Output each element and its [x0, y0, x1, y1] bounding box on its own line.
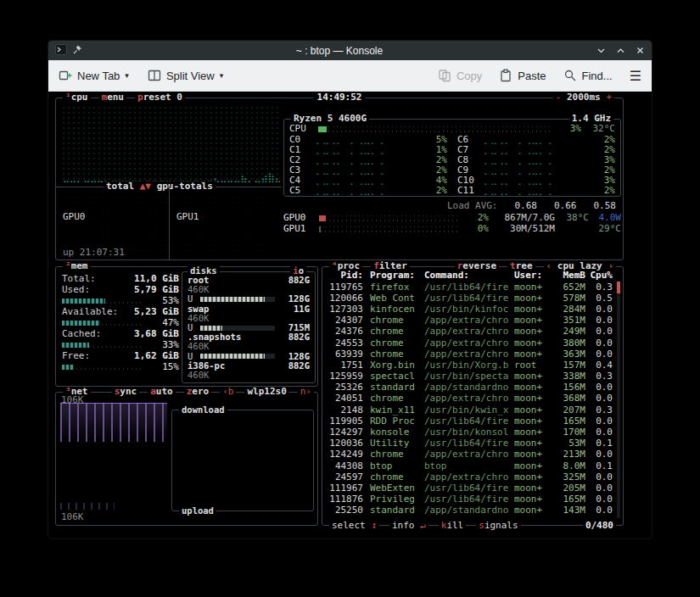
process-pid: 127303 — [328, 304, 363, 315]
meter-fill — [62, 321, 100, 326]
table-row[interactable]: 111967 WebExten /usr/lib64/fire moon+ 20… — [328, 483, 613, 494]
net-auto-toggle[interactable]: auto — [148, 387, 176, 397]
scrollbar[interactable] — [617, 282, 620, 518]
table-row[interactable]: 24376 chrome /app/extra/chro moon+ 249M … — [328, 326, 613, 338]
memory-box-title[interactable]: ²mem — [63, 261, 91, 271]
table-row[interactable]: 25326 standard /app/standardno moon+ 156… — [328, 382, 613, 393]
column-command[interactable]: Command: — [424, 271, 514, 281]
copy-button[interactable]: Copy — [438, 69, 482, 82]
core-sparkline: ⡀⣀⢀⡀⠀⡀⢀⣀⡀⢀ — [484, 165, 589, 176]
chevron-down-icon[interactable]: ▾ — [220, 71, 224, 80]
new-tab-icon — [59, 69, 72, 82]
konsole-app-icon[interactable] — [55, 42, 67, 59]
find-button[interactable]: Find... — [563, 69, 613, 82]
iface-prev-button[interactable]: ‹b — [220, 387, 236, 397]
titlebar[interactable]: ~ : btop — Konsole — [48, 41, 652, 60]
copy-label: Copy — [456, 70, 482, 82]
disks-box-title[interactable]: disks — [188, 266, 220, 276]
process-pid: 25250 — [328, 505, 363, 516]
table-row[interactable]: 124297 konsole /usr/bin/konsol moon+ 170… — [328, 427, 613, 438]
process-user: moon+ — [514, 461, 552, 471]
table-row[interactable]: 24051 chrome /app/extra/chro moon+ 368M … — [328, 393, 613, 405]
terminal[interactable]: ¹cpu menu preset 0 14:49:52 - 2000ms + ⣀… — [52, 92, 648, 535]
table-row[interactable]: 119765 firefox /usr/lib64/fire moon+ 652… — [328, 282, 613, 293]
cpu-history-graph: ⣀⣀⡀⣀⣀⣀⡀⣀⣀⣀⣀⡀⣀⣀⣀⣀⡀⣀⣀⣀⣀⣀⣄⣀⣀⣀⣦⡀⣀⣴⣷⣄⣀⣀⣀⡀⣀⣀⣀⣀ — [61, 105, 280, 183]
download-speed-rows — [177, 437, 308, 448]
net-sync-toggle[interactable]: sync — [112, 387, 140, 397]
column-pid[interactable]: Pid: — [328, 271, 363, 281]
process-cpu: 0.3 — [585, 405, 613, 416]
process-cpu: 0.3 — [585, 282, 613, 293]
table-row[interactable]: 2148 kwin_x11 /usr/bin/kwin_x moon+ 207M… — [328, 405, 613, 416]
menu-button[interactable]: menu — [99, 92, 127, 103]
meter-fill — [200, 354, 265, 359]
maximize-button[interactable] — [616, 46, 625, 55]
interval-plus-button[interactable]: + — [606, 92, 612, 103]
table-row[interactable]: 120036 Utility /usr/lib64/fire moon+ 53M… — [328, 438, 613, 449]
table-row[interactable]: 125959 spectacl /usr/bin/specta moon+ 33… — [328, 371, 613, 382]
table-row[interactable]: 127303 kinfocen /usr/bin/kinfoc moon+ 28… — [328, 304, 613, 315]
process-cpu: 0.0 — [585, 338, 613, 349]
kill-button[interactable]: kill — [439, 521, 467, 531]
chevron-down-icon[interactable]: ▾ — [125, 71, 129, 80]
io-mode-button[interactable]: io — [290, 266, 306, 276]
process-pid: 24597 — [328, 472, 363, 483]
column-cpu[interactable]: Cpu% — [585, 271, 613, 281]
core-list-left: C0 ⡀⣀⢀⡀⠀⡀⢀⣀⡀⢀ 5% C1 ⡀⣀⢀⡀⠀⡀⢀⣀⡀⢀ 1% C2 ⡀⣀⢀… — [284, 135, 452, 196]
core-percent: 2% — [591, 186, 615, 196]
close-button[interactable] — [636, 46, 645, 55]
process-cpu: 0.4 — [585, 360, 613, 371]
table-row[interactable]: 111876 Privileg /usr/lib64/fire moon+ 16… — [328, 494, 613, 505]
new-tab-button[interactable]: New Tab ▾ — [59, 69, 129, 82]
gpu0-label: GPU0 — [283, 213, 314, 223]
load-15m: 0.58 — [594, 201, 617, 211]
process-table-header[interactable]: Pid: Program: Command: User: MemB Cpu% — [328, 271, 613, 281]
gpu0-memory: 867M/7.0G — [489, 213, 555, 223]
table-row[interactable]: 120066 Web Cont /usr/lib64/fire moon+ 57… — [328, 293, 613, 304]
column-memb[interactable]: MemB — [552, 271, 585, 281]
minimize-button[interactable] — [596, 46, 606, 55]
process-command: /app/extra/chro — [424, 449, 514, 460]
pin-icon[interactable] — [72, 42, 82, 59]
cpu-box-title[interactable]: ¹cpu — [63, 92, 91, 103]
preset-button[interactable]: preset 0 — [135, 92, 185, 103]
process-command: /app/standardno — [424, 505, 514, 516]
iface-next-button[interactable]: n› — [298, 387, 314, 397]
signals-button[interactable]: signals — [476, 521, 520, 531]
hamburger-menu-icon[interactable]: ☰ — [630, 68, 641, 84]
table-row[interactable]: 25250 standard /app/standardno moon+ 143… — [328, 505, 613, 516]
gpu1-memory: 30M/512M — [489, 224, 555, 234]
process-program: chrome — [370, 349, 424, 360]
interval-minus-button[interactable]: - — [556, 92, 562, 103]
paste-button[interactable]: Paste — [499, 69, 546, 82]
table-row[interactable]: 24597 chrome /app/extra/chro moon+ 325M … — [328, 471, 613, 483]
column-user[interactable]: User: — [514, 271, 552, 281]
disk-total: 11G — [294, 304, 310, 314]
table-row[interactable]: 124249 chrome /app/extra/chro moon+ 213M… — [328, 449, 613, 460]
process-pid: 63939 — [328, 349, 363, 360]
process-pid: 1751 — [328, 360, 363, 371]
mem-free-value: 1,62 GiB — [134, 351, 179, 361]
process-command: /app/extra/chro — [424, 472, 514, 483]
cpu-box: ¹cpu menu preset 0 14:49:52 - 2000ms + ⣀… — [55, 98, 624, 260]
table-row[interactable]: 24553 chrome /app/extra/chro moon+ 380M … — [328, 338, 613, 349]
process-mem: 157M — [552, 360, 585, 371]
split-view-button[interactable]: Split View ▾ — [148, 69, 223, 82]
table-row[interactable]: 1751 Xorg.bin /usr/bin/Xorg.b root 157M … — [328, 360, 613, 371]
enter-icon: ↵ — [420, 520, 426, 531]
scrollbar-thumb[interactable] — [617, 282, 620, 293]
process-command: /usr/lib64/fire — [424, 282, 514, 293]
table-row[interactable]: 24307 chrome /app/extra/chro moon+ 351M … — [328, 315, 613, 326]
select-control[interactable]: select ↕ — [329, 521, 379, 531]
table-row[interactable]: 119905 RDD Proc /usr/lib64/fire moon+ 16… — [328, 416, 613, 427]
table-row[interactable]: 44308 btop btop moon+ 8.0M 0.1 — [328, 460, 613, 471]
process-pid: 119905 — [328, 416, 363, 427]
info-button[interactable]: info ↵ — [389, 521, 428, 531]
process-program: Web Cont — [370, 293, 424, 304]
process-box: ⁴proc filter reverse tree ‹ cpu lazy › P… — [322, 266, 624, 526]
upload-title: upload — [179, 505, 216, 516]
column-program[interactable]: Program: — [370, 271, 424, 281]
table-row[interactable]: 63939 chrome /app/extra/chro moon+ 363M … — [328, 349, 613, 360]
net-zero-toggle[interactable]: zero — [184, 387, 212, 397]
process-cpu: 0.0 — [585, 449, 613, 460]
